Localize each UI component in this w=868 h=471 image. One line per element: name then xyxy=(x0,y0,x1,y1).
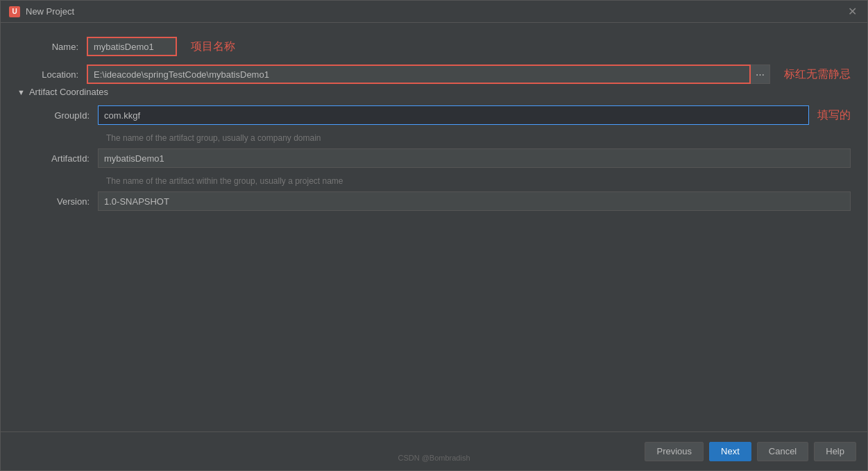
title-bar-left: U New Project xyxy=(9,6,74,17)
location-label: Location: xyxy=(17,69,87,80)
dialog-content: Name: 项目名称 Location: ⋯ 标红无需静忌 ▼ Artifact… xyxy=(1,23,867,431)
artifactid-row: ArtifactId: xyxy=(28,148,851,168)
artifactid-input[interactable] xyxy=(98,148,851,168)
location-browse-button[interactable]: ⋯ xyxy=(751,65,770,84)
dialog-title: New Project xyxy=(26,6,74,17)
previous-button[interactable]: Previous xyxy=(645,442,704,461)
location-input[interactable] xyxy=(87,65,751,84)
version-label: Version: xyxy=(28,196,98,207)
name-row: Name: 项目名称 xyxy=(17,37,851,56)
groupid-row: GroupId: 填写的 xyxy=(28,105,851,125)
artifactid-hint: The name of the artifact within the grou… xyxy=(98,176,851,186)
watermark: CSDN @Bombradish xyxy=(398,454,470,462)
location-annotation: 标红无需静忌 xyxy=(784,67,851,82)
section-title: Artifact Coordinates xyxy=(29,87,108,97)
close-button[interactable]: ✕ xyxy=(848,6,859,17)
location-input-group: ⋯ xyxy=(87,65,770,84)
version-input[interactable] xyxy=(98,191,851,211)
groupid-annotation: 填写的 xyxy=(817,108,851,123)
groupid-input[interactable] xyxy=(98,105,809,125)
cancel-button[interactable]: Cancel xyxy=(757,442,808,461)
folder-icon: ⋯ xyxy=(756,69,765,80)
app-icon: U xyxy=(9,6,20,17)
artifact-section-header: ▼ Artifact Coordinates xyxy=(17,87,851,97)
artifactid-label: ArtifactId: xyxy=(28,153,98,164)
groupid-hint: The name of the artifact group, usually … xyxy=(98,133,851,143)
dialog-footer: Previous Next Cancel Help CSDN @Bombradi… xyxy=(1,431,867,470)
name-label: Name: xyxy=(17,42,87,52)
artifact-section-content: GroupId: 填写的 The name of the artifact gr… xyxy=(28,105,851,211)
location-row: Location: ⋯ 标红无需静忌 xyxy=(17,65,851,84)
groupid-label: GroupId: xyxy=(28,110,98,121)
name-annotation: 项目名称 xyxy=(191,40,235,54)
title-bar: U New Project ✕ xyxy=(1,1,867,23)
name-input[interactable] xyxy=(87,37,177,56)
help-button[interactable]: Help xyxy=(814,442,856,461)
version-row: Version: xyxy=(28,191,851,211)
next-button[interactable]: Next xyxy=(709,442,751,461)
new-project-dialog: U New Project ✕ Name: 项目名称 Location: ⋯ 标… xyxy=(0,0,868,471)
section-toggle-icon[interactable]: ▼ xyxy=(17,88,25,96)
